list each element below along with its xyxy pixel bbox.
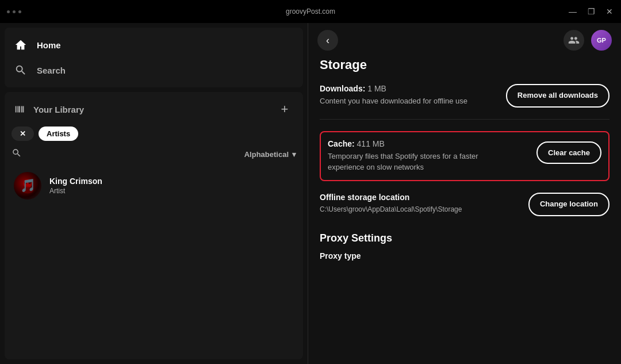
library-search-button[interactable] bbox=[12, 148, 22, 160]
panel-icons: GP bbox=[564, 30, 612, 51]
home-label: Home bbox=[37, 40, 61, 50]
library-header: Your Library + bbox=[5, 92, 303, 124]
offline-storage-section: Offline storage location C:\Users\groov\… bbox=[320, 193, 610, 216]
sort-chevron-icon: ▾ bbox=[292, 150, 296, 159]
library-title-row: Your Library bbox=[14, 103, 84, 116]
proxy-section: Proxy Settings Proxy type bbox=[320, 232, 610, 260]
panel-content: Storage Downloads: 1 MB Content you have… bbox=[308, 58, 621, 364]
cache-label: Cache: 411 MB bbox=[328, 139, 500, 148]
maximize-button[interactable]: ❐ bbox=[586, 7, 596, 16]
app-body: Home Search Y bbox=[0, 23, 621, 364]
dot-1 bbox=[7, 10, 10, 13]
sort-label: Alphabetical bbox=[244, 150, 289, 159]
cache-info: Cache: 411 MB Temporary files that Spoti… bbox=[328, 139, 500, 173]
downloads-section: Downloads: 1 MB Content you have downloa… bbox=[320, 84, 610, 120]
titlebar: groovyPost.com — ❐ ✕ bbox=[0, 0, 621, 23]
artists-filter-label: Artists bbox=[47, 129, 70, 138]
filter-clear-button[interactable]: ✕ bbox=[12, 127, 34, 141]
back-button[interactable]: ‹ bbox=[317, 30, 338, 51]
svg-point-1 bbox=[22, 187, 34, 194]
sidebar-item-search[interactable]: Search bbox=[5, 58, 303, 83]
sidebar: Home Search Y bbox=[0, 23, 308, 364]
library-section: Your Library + ✕ Artists bbox=[5, 92, 303, 359]
user-avatar-button[interactable]: GP bbox=[591, 30, 612, 51]
panel-topbar: ‹ GP bbox=[308, 23, 621, 58]
search-nav-icon bbox=[14, 63, 28, 77]
titlebar-menu-dots[interactable] bbox=[7, 10, 21, 13]
offline-info: Offline storage location C:\Users\groov\… bbox=[320, 193, 462, 214]
dot-3 bbox=[18, 10, 21, 13]
filter-artists-button[interactable]: Artists bbox=[39, 127, 78, 141]
close-button[interactable]: ✕ bbox=[605, 7, 614, 16]
proxy-type-row: Proxy type bbox=[320, 251, 610, 260]
svg-point-3 bbox=[29, 182, 32, 185]
svg-point-2 bbox=[24, 182, 27, 185]
sort-button[interactable]: Alphabetical ▾ bbox=[244, 150, 296, 159]
remove-downloads-button[interactable]: Remove all downloads bbox=[506, 84, 610, 108]
minimize-button[interactable]: — bbox=[568, 7, 577, 16]
downloads-info: Downloads: 1 MB Content you have downloa… bbox=[320, 84, 467, 107]
avatar bbox=[14, 172, 41, 200]
svg-point-0 bbox=[24, 179, 32, 188]
clear-cache-button[interactable]: Clear cache bbox=[536, 141, 601, 164]
cache-section: Cache: 411 MB Temporary files that Spoti… bbox=[320, 131, 610, 181]
cache-desc: Temporary files that Spotify stores for … bbox=[328, 151, 500, 173]
sidebar-item-home[interactable]: Home bbox=[5, 32, 303, 58]
clear-icon: ✕ bbox=[20, 129, 26, 138]
right-panel: ‹ GP Storage Downloads: 1 MB Content you… bbox=[308, 23, 621, 364]
window-controls: — ❐ ✕ bbox=[568, 7, 614, 16]
library-list: King Crimson Artist bbox=[5, 165, 303, 359]
list-item[interactable]: King Crimson Artist bbox=[9, 167, 298, 204]
friends-icon-button[interactable] bbox=[564, 30, 584, 51]
artist-type: Artist bbox=[49, 187, 102, 195]
home-icon bbox=[14, 38, 28, 52]
storage-title: Storage bbox=[320, 58, 610, 72]
library-title: Your Library bbox=[33, 105, 84, 114]
filter-bar: ✕ Artists bbox=[5, 124, 303, 145]
library-icon bbox=[14, 103, 26, 116]
change-location-button[interactable]: Change location bbox=[528, 193, 610, 216]
downloads-desc: Content you have downloaded for offline … bbox=[320, 95, 467, 107]
artist-avatar-img bbox=[14, 172, 41, 200]
proxy-type-label: Proxy type bbox=[320, 251, 361, 260]
nav-section: Home Search bbox=[5, 28, 303, 87]
offline-storage-path: C:\Users\groov\AppData\Local\Spotify\Sto… bbox=[320, 204, 462, 214]
offline-storage-label: Offline storage location bbox=[320, 193, 462, 202]
proxy-title: Proxy Settings bbox=[320, 232, 610, 244]
avatar-initials: GP bbox=[597, 37, 606, 44]
artist-name: King Crimson bbox=[49, 177, 102, 186]
add-library-button[interactable]: + bbox=[275, 100, 294, 118]
search-label: Search bbox=[37, 66, 66, 75]
artist-info: King Crimson Artist bbox=[49, 177, 102, 195]
window-title: groovyPost.com bbox=[286, 7, 335, 16]
downloads-label: Downloads: 1 MB bbox=[320, 84, 467, 93]
dot-2 bbox=[13, 10, 16, 13]
sort-bar: Alphabetical ▾ bbox=[5, 145, 303, 165]
